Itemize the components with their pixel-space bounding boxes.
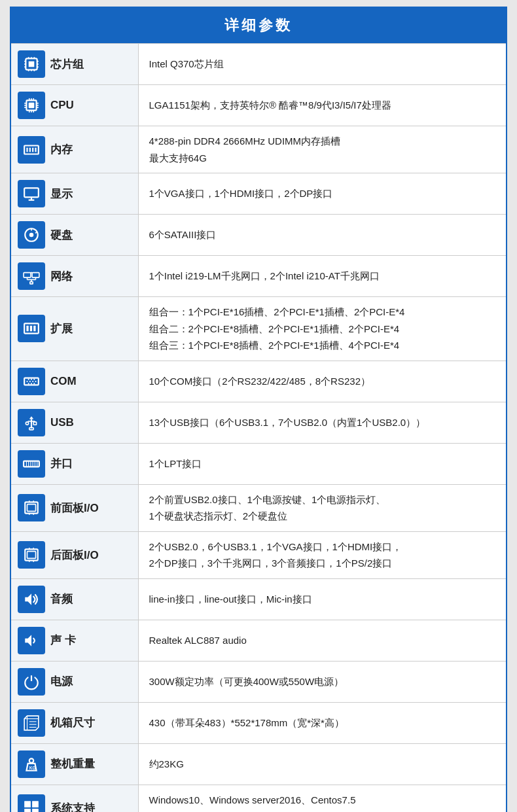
value-cell-front-io: 2个前置USB2.0接口、1个电源按键、1个电源指示灯、1个硬盘状态指示灯、2个… [138,484,507,531]
os-icon [18,794,45,812]
svg-rect-32 [35,147,36,152]
svg-rect-33 [24,188,39,197]
rear-io-icon [18,541,45,569]
label-cell-com: COM [10,361,138,402]
label-text-display: 显示 [50,186,73,202]
row-parallel: 并口1个LPT接口 [10,443,507,484]
svg-point-91 [29,758,34,763]
label-text-audio: 音频 [50,591,73,607]
svg-rect-68 [29,427,34,429]
front-io-icon [18,494,45,521]
value-cell-audio: line-in接口，line-out接口，Mic-in接口 [138,578,507,620]
label-text-weight: 整机重量 [50,756,95,771]
value-cell-os: Windows10、Windows server2016、Centos7.5Ub… [138,785,507,812]
row-hdd: 硬盘6个SATAIII接口 [10,215,507,256]
row-power: 电源300W额定功率（可更换400W或550W电源） [10,661,507,702]
row-sound-card: 声 卡Realtek ALC887 audio [10,620,507,661]
label-cell-hdd: 硬盘 [10,215,138,256]
svg-rect-49 [26,326,28,332]
row-rear-io: 后面板I/O2个USB2.0，6个USB3.1，1个VGA接口，1个HDMI接口… [10,531,507,578]
svg-point-62 [33,383,35,384]
label-cell-usb: USB [10,402,138,443]
svg-rect-30 [29,147,31,152]
label-cell-memory: 内存 [10,126,138,173]
label-cell-weight: KG 整机重量 [10,743,138,785]
svg-point-59 [33,378,35,380]
svg-rect-94 [32,801,39,807]
label-cell-chassis: 机箱尺寸 [10,702,138,743]
title-row: 详细参数 [10,7,507,44]
row-os: 系统支持Windows10、Windows server2016、Centos7… [10,785,507,812]
label-text-network: 网络 [50,269,73,284]
network-icon [18,262,45,290]
memory-icon [18,136,45,164]
label-text-sound-card: 声 卡 [50,633,76,648]
svg-rect-29 [26,147,27,152]
label-text-os: 系统支持 [50,801,95,813]
row-cpu: CPULGA1151架构，支持英特尔® 酷睿™8/9代I3/I5/I7处理器 [10,85,507,126]
parallel-icon [18,450,45,478]
label-cell-rear-io: 后面板I/O [10,531,138,578]
value-cell-chipset: Intel Q370芯片组 [138,44,507,85]
chassis-icon [18,709,45,737]
value-cell-weight: 约23KG [138,743,507,785]
svg-point-54 [29,380,31,381]
svg-rect-40 [24,273,31,278]
label-cell-sound-card: 声 卡 [10,620,138,661]
value-cell-parallel: 1个LPT接口 [138,443,507,484]
row-chipset: 芯片组Intel Q370芯片组 [10,44,507,85]
usb-icon [18,409,45,436]
hdd-icon [18,221,45,249]
cpu-icon [18,92,45,119]
svg-point-60 [28,383,29,384]
label-text-cpu: CPU [50,99,74,112]
chipset-icon [18,50,45,78]
display-icon [18,180,45,207]
value-cell-power: 300W额定功率（可更换400W或550W电源） [138,661,507,702]
value-cell-sound-card: Realtek ALC887 audio [138,620,507,661]
label-cell-chipset: 芯片组 [10,44,138,85]
row-com: COM10个COM接口（2个RS232/422/485，8个RS232） [10,361,507,402]
svg-point-58 [31,378,32,380]
label-cell-front-io: 前面板I/O [10,484,138,531]
svg-point-37 [29,233,34,238]
row-audio: 音频line-in接口，line-out接口，Mic-in接口 [10,578,507,620]
svg-rect-1 [29,62,35,67]
label-text-hdd: 硬盘 [50,228,73,243]
value-cell-com: 10个COM接口（2个RS232/422/485，8个RS232） [138,361,507,402]
page-title: 详细参数 [10,7,507,44]
svg-rect-31 [32,147,33,152]
label-text-front-io: 前面板I/O [50,501,99,516]
com-icon [18,368,45,395]
svg-text:KG: KG [29,765,36,769]
power-icon [18,668,45,696]
svg-rect-50 [30,326,32,332]
label-cell-audio: 音频 [10,578,138,620]
svg-point-57 [28,378,29,380]
label-cell-cpu: CPU [10,85,138,126]
label-cell-parallel: 并口 [10,443,138,484]
svg-rect-41 [32,273,39,278]
label-cell-os: 系统支持 [10,785,138,812]
label-text-parallel: 并口 [50,456,73,471]
row-expansion: 扩展组合一：1个PCI-E*16插槽、2个PCI-E*1插槽、2个PCI-E*4… [10,297,507,361]
label-cell-network: 网络 [10,256,138,297]
label-text-memory: 内存 [50,142,73,157]
label-text-expansion: 扩展 [50,321,73,336]
value-cell-memory: 4*288-pin DDR4 2666MHz UDIMM内存插槽最大支持64G [138,126,507,173]
row-network: 网络1个Intel i219-LM千兆网口，2个Intel i210-AT千兆网… [10,256,507,297]
svg-point-65 [26,421,28,424]
svg-point-56 [35,380,36,381]
row-display: 显示1个VGA接口，1个HDMI接口，2个DP接口 [10,173,507,215]
label-text-usb: USB [50,416,74,429]
svg-rect-83 [27,552,36,559]
value-cell-network: 1个Intel i219-LM千兆网口，2个Intel i210-AT千兆网口 [138,256,507,297]
svg-rect-95 [24,809,31,812]
weight-icon: KG [18,750,45,778]
value-cell-display: 1个VGA接口，1个HDMI接口，2个DP接口 [138,173,507,215]
value-cell-chassis: 430（带耳朵483）*552*178mm（宽*深*高） [138,702,507,743]
row-front-io: 前面板I/O2个前置USB2.0接口、1个电源按键、1个电源指示灯、1个硬盘状态… [10,484,507,531]
svg-point-55 [32,380,33,381]
sound-card-icon [18,627,45,654]
audio-icon [18,586,45,613]
